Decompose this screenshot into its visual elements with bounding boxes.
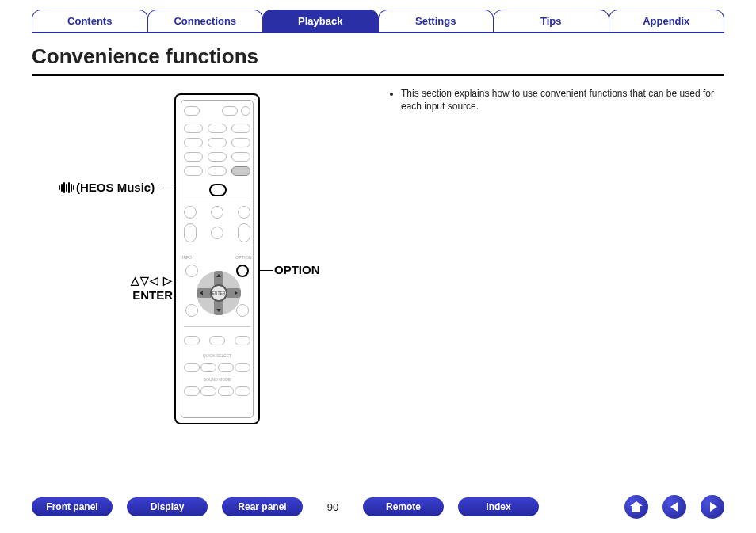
tab-tips[interactable]: Tips — [493, 10, 609, 33]
remote-info-label: INFO — [182, 255, 192, 260]
callout-enter: △▽◁ ▷ ENTER — [109, 274, 173, 302]
tab-appendix[interactable]: Appendix — [609, 10, 725, 33]
tab-connections[interactable]: Connections — [147, 10, 264, 33]
description-text: This section explains how to use conveni… — [388, 84, 724, 464]
prev-page-button[interactable] — [662, 495, 686, 519]
top-tabs: Contents Connections Playback Settings T… — [32, 10, 724, 33]
heading-rule — [32, 74, 724, 76]
page-title: Convenience functions — [32, 44, 724, 69]
bottom-nav: Front panel Display Rear panel 90 Remote… — [32, 495, 724, 519]
tab-contents[interactable]: Contents — [32, 10, 148, 33]
nav-remote[interactable]: Remote — [363, 497, 444, 516]
arrow-right-icon — [710, 502, 717, 512]
bullet-text: This section explains how to use conveni… — [401, 87, 724, 112]
callout-option: OPTION — [274, 263, 320, 276]
remote-diagram-area: (HEOS Music) OPTION △▽◁ ▷ ENTER INFO — [32, 84, 372, 464]
nav-index[interactable]: Index — [458, 497, 539, 516]
callout-heos-text: (HEOS Music) — [76, 181, 155, 194]
nav-display[interactable]: Display — [127, 497, 208, 516]
dpad: ENTER — [197, 271, 241, 315]
callout-enter-text: ENTER — [132, 288, 173, 302]
remote-option-label: OPTION — [235, 255, 252, 260]
nav-rear-panel[interactable]: Rear panel — [222, 497, 303, 516]
home-icon — [630, 501, 643, 512]
callout-heos-music: (HEOS Music) — [59, 181, 155, 194]
enter-button: ENTER — [210, 284, 227, 302]
nav-front-panel[interactable]: Front panel — [32, 497, 113, 516]
heos-music-button — [209, 184, 227, 196]
dpad-arrows-icon: △▽◁ ▷ — [109, 274, 173, 287]
tab-settings[interactable]: Settings — [378, 10, 494, 33]
quick-select-label: QUICK SELECT — [176, 353, 258, 358]
next-page-button[interactable] — [701, 495, 724, 519]
page-number: 90 — [317, 501, 349, 513]
setup-button — [236, 304, 249, 317]
heos-icon — [59, 182, 74, 193]
back-button — [185, 304, 198, 317]
remote-outline: INFO OPTION ENTER QUICK SELECT SOUND MOD… — [174, 93, 260, 424]
sound-mode-label: SOUND MODE — [176, 377, 258, 382]
arrow-left-icon — [670, 502, 678, 512]
home-button[interactable] — [624, 495, 648, 519]
tab-playback[interactable]: Playback — [262, 10, 379, 33]
